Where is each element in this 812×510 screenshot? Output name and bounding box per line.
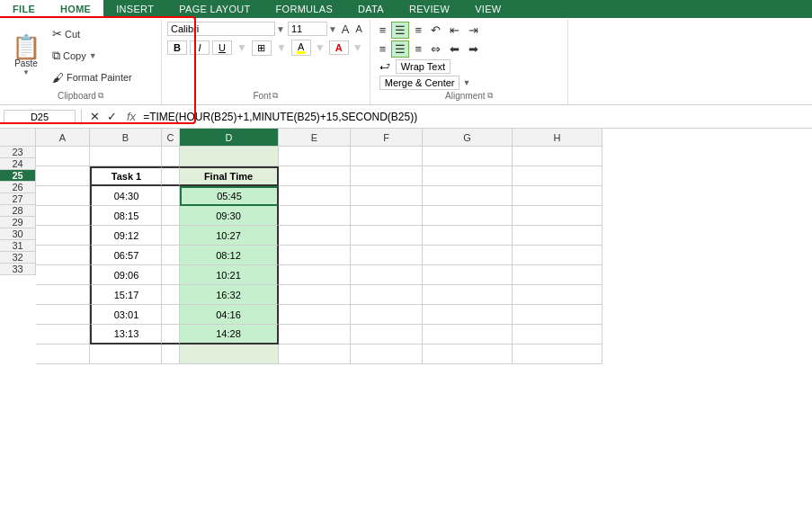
font-decrease-button[interactable]: A [353, 23, 363, 34]
row-header-23[interactable]: 23 [0, 147, 36, 158]
cell-e33[interactable] [279, 344, 351, 364]
cell-b26[interactable]: 08:15 [90, 206, 162, 226]
cell-c29[interactable] [162, 265, 180, 285]
align-bottom-button[interactable]: ≡ [411, 22, 425, 39]
cell-h27[interactable] [513, 226, 602, 246]
cell-c27[interactable] [162, 226, 180, 246]
cell-e31[interactable] [279, 305, 351, 325]
cell-d29[interactable]: 10:21 [180, 265, 279, 285]
cell-a29[interactable] [36, 265, 90, 285]
cell-g29[interactable] [423, 265, 513, 285]
bold-button[interactable]: B [167, 40, 187, 55]
row-header-24[interactable]: 24 [0, 158, 36, 170]
cell-g24[interactable] [423, 166, 513, 186]
cell-c26[interactable] [162, 206, 180, 226]
cell-a23[interactable] [36, 147, 90, 166]
cell-g32[interactable] [423, 325, 513, 344]
cell-e25[interactable] [279, 186, 351, 206]
align-left-button[interactable]: ≡ [376, 40, 390, 58]
col-header-b[interactable]: B [90, 129, 162, 147]
cell-c28[interactable] [162, 246, 180, 265]
cell-h24[interactable] [513, 166, 602, 186]
cell-f24[interactable] [351, 166, 423, 186]
tab-review[interactable]: REVIEW [397, 0, 462, 18]
cell-e28[interactable] [279, 246, 351, 265]
fill-color-button[interactable]: A [291, 40, 311, 56]
align-middle-button[interactable]: ☰ [391, 22, 409, 39]
font-family-dropdown[interactable]: ▼ [276, 24, 285, 34]
cell-d24[interactable]: Final Time [180, 166, 279, 186]
font-increase-button[interactable]: A [340, 22, 352, 36]
cell-g30[interactable] [423, 285, 513, 305]
cell-h26[interactable] [513, 206, 602, 226]
font-dialog-launcher[interactable]: ⧉ [272, 91, 278, 101]
clipboard-dialog-launcher[interactable]: ⧉ [98, 91, 103, 101]
cell-f32[interactable] [351, 325, 423, 344]
cell-h23[interactable] [513, 147, 602, 166]
cell-a28[interactable] [36, 246, 90, 265]
italic-button[interactable]: I [190, 40, 210, 55]
cell-f29[interactable] [351, 265, 423, 285]
font-size-dropdown[interactable]: ▼ [328, 24, 337, 34]
cell-b27[interactable]: 09:12 [90, 226, 162, 246]
row-header-30[interactable]: 30 [0, 228, 36, 240]
cell-b30[interactable]: 15:17 [90, 285, 162, 305]
cell-g25[interactable] [423, 186, 513, 206]
fill-justify-button[interactable]: ⇔ [427, 40, 444, 58]
cell-h28[interactable] [513, 246, 602, 265]
cell-e27[interactable] [279, 226, 351, 246]
cell-name-box[interactable] [4, 110, 76, 124]
font-size-input[interactable] [288, 22, 327, 36]
cell-b29[interactable]: 09:06 [90, 265, 162, 285]
cell-d26[interactable]: 09:30 [180, 206, 279, 226]
cell-a25[interactable] [36, 186, 90, 206]
cell-d32[interactable]: 14:28 [180, 325, 279, 344]
indent-decrease-button[interactable]: ⇤ [446, 22, 463, 39]
tab-view[interactable]: VIEW [462, 0, 513, 18]
row-header-28[interactable]: 28 [0, 205, 36, 217]
cell-d28[interactable]: 08:12 [180, 246, 279, 265]
cell-b31[interactable]: 03:01 [90, 305, 162, 325]
row-header-25[interactable]: 25 [0, 170, 36, 182]
col-header-a[interactable]: A [36, 129, 90, 147]
cell-f31[interactable] [351, 305, 423, 325]
cell-h33[interactable] [513, 344, 602, 364]
cell-b32[interactable]: 13:13 [90, 325, 162, 344]
indent-right-button[interactable]: ➡ [465, 40, 482, 58]
borders-button[interactable]: ⊞ [252, 40, 272, 56]
align-center-button[interactable]: ☰ [391, 40, 409, 58]
cell-c24[interactable] [162, 166, 180, 186]
cell-e32[interactable] [279, 325, 351, 344]
indent-increase-button[interactable]: ⇥ [465, 22, 482, 39]
row-header-29[interactable]: 29 [0, 217, 36, 228]
cell-f33[interactable] [351, 344, 423, 364]
cell-b28[interactable]: 06:57 [90, 246, 162, 265]
cell-g23[interactable] [423, 147, 513, 166]
cell-b24[interactable]: Task 1 [90, 166, 162, 186]
cell-c31[interactable] [162, 305, 180, 325]
confirm-formula-button[interactable]: ✓ [104, 110, 120, 123]
paste-button[interactable]: 📋 Paste ▼ [5, 22, 47, 90]
merge-dropdown-arrow[interactable]: ▼ [462, 78, 470, 87]
copy-dropdown-arrow[interactable]: ▼ [89, 51, 97, 60]
cell-f30[interactable] [351, 285, 423, 305]
formula-input[interactable] [143, 111, 808, 123]
tab-formulas[interactable]: FORMULAS [263, 0, 346, 18]
cell-e26[interactable] [279, 206, 351, 226]
align-right-button[interactable]: ≡ [411, 40, 425, 58]
tab-insert[interactable]: INSERT [103, 0, 166, 18]
cell-d27[interactable]: 10:27 [180, 226, 279, 246]
cell-g28[interactable] [423, 246, 513, 265]
cell-b25[interactable]: 04:30 [90, 186, 162, 206]
cell-c23[interactable] [162, 147, 180, 166]
cancel-formula-button[interactable]: ✕ [87, 110, 103, 123]
cell-f26[interactable] [351, 206, 423, 226]
cell-h32[interactable] [513, 325, 602, 344]
cell-a32[interactable] [36, 325, 90, 344]
cell-e30[interactable] [279, 285, 351, 305]
cell-c30[interactable] [162, 285, 180, 305]
underline-button[interactable]: U [212, 40, 232, 55]
text-direction-button[interactable]: ↶ [427, 22, 444, 39]
col-header-d[interactable]: D [180, 129, 279, 147]
cell-a31[interactable] [36, 305, 90, 325]
